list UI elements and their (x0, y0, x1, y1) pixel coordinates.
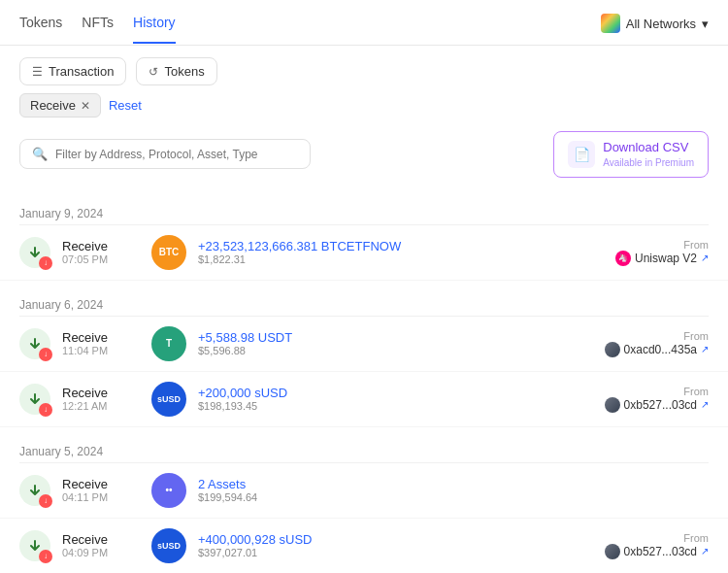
download-csv-btn[interactable]: 📄 Download CSV Available in Premium (553, 131, 709, 178)
search-icon: 🔍 (32, 147, 48, 161)
download-btn-text: Download CSV Available in Premium (603, 140, 694, 169)
table-row: ↓ Receive 04:11 PM •• 2 Assets $199,594.… (0, 463, 728, 519)
tx-amount-col: +200,000 sUSD $198,193.45 (198, 386, 580, 412)
receive-badge: ↓ (39, 348, 52, 361)
tx-type-col: Receive 12:21 AM (62, 386, 140, 412)
tab-tokens[interactable]: Tokens (19, 15, 62, 44)
download-sub-label: Available in Premium (603, 156, 694, 169)
tx-from-col: From 0xb527...03cd ↗ (592, 386, 709, 413)
from-label: From (592, 386, 709, 397)
table-row: ↓ Receive 04:09 PM sUSD +400,000,928 sUS… (0, 519, 728, 573)
filter-icon: ☰ (32, 65, 43, 79)
external-link-icon[interactable]: ↗ (701, 399, 709, 410)
tx-amount-col: +400,000,928 sUSD $397,027.01 (198, 532, 580, 558)
token-icon: •• (151, 473, 186, 508)
tx-amount-main[interactable]: +5,588.98 USDT (198, 330, 580, 345)
remove-filter-icon[interactable]: ✕ (81, 99, 90, 113)
from-label: From (592, 330, 709, 342)
tx-type: Receive (62, 330, 140, 345)
table-row: ↓ Receive 07:05 PM BTC +23,523,123,666.3… (0, 225, 728, 281)
tab-nfts[interactable]: NFTs (82, 15, 114, 44)
from-value[interactable]: 0xacd0...435a ↗ (592, 342, 709, 357)
token-icon: T (151, 326, 186, 361)
tx-amount-main[interactable]: +400,000,928 sUSD (198, 532, 580, 547)
from-value[interactable]: 🦄 Uniswap V2 ↗ (592, 251, 709, 266)
network-icon (601, 14, 620, 33)
tx-type-col: Receive 04:09 PM (62, 532, 140, 558)
transaction-filter-btn[interactable]: ☰ Transaction (19, 57, 126, 85)
tokens-filter-label: Tokens (164, 64, 204, 79)
tx-time: 12:21 AM (62, 400, 140, 412)
address-icon (605, 544, 620, 559)
tx-type: Receive (62, 532, 140, 547)
from-value[interactable]: 0xb527...03cd ↗ (592, 397, 709, 413)
token-icon: sUSD (151, 382, 186, 417)
tx-type: Receive (62, 477, 140, 491)
address-icon (605, 342, 620, 357)
tokens-icon: ↺ (149, 65, 158, 79)
transaction-filter-label: Transaction (49, 64, 114, 79)
table-row: ↓ Receive 12:21 AM sUSD +200,000 sUSD $1… (0, 372, 728, 427)
tabs-left: Tokens NFTs History (19, 15, 176, 44)
receive-icon: ↓ (19, 475, 50, 506)
external-link-icon[interactable]: ↗ (701, 344, 709, 354)
date-label: January 6, 2024 (19, 290, 709, 316)
uniswap-icon: 🦄 (615, 251, 631, 266)
external-link-icon[interactable]: ↗ (701, 546, 709, 556)
tab-history[interactable]: History (133, 15, 176, 44)
search-input[interactable] (55, 148, 298, 161)
date-group-1: January 6, 2024 (0, 281, 728, 316)
download-icon: 📄 (568, 141, 595, 168)
tx-type-col: Receive 11:04 PM (62, 330, 140, 356)
download-main-label: Download CSV (603, 140, 694, 156)
tx-type: Receive (62, 386, 140, 400)
receive-icon: ↓ (19, 328, 50, 359)
reset-btn[interactable]: Reset (109, 98, 142, 113)
tx-amount-usd: $198,193.45 (198, 400, 580, 412)
filter-tags: Receive ✕ Reset (0, 93, 728, 127)
from-name: 0xb527...03cd (624, 398, 697, 412)
chevron-down-icon: ▾ (702, 17, 709, 31)
tx-from-col: From 0xacd0...435a ↗ (592, 330, 709, 357)
date-label: January 9, 2024 (19, 199, 709, 224)
from-name: Uniswap V2 (635, 252, 697, 265)
receive-badge: ↓ (39, 256, 52, 270)
receive-tag-label: Receive (30, 98, 76, 113)
tx-amount-col: 2 Assets $199,594.64 (198, 477, 709, 503)
tx-amount-main[interactable]: 2 Assets (198, 477, 709, 491)
filter-bar: ☰ Transaction ↺ Tokens (0, 46, 728, 93)
tx-type: Receive (62, 239, 140, 253)
address-icon (605, 397, 620, 413)
token-icon: BTC (151, 235, 186, 270)
receive-icon: ↓ (19, 530, 50, 561)
search-download-row: 🔍 📄 Download CSV Available in Premium (0, 127, 728, 189)
receive-filter-tag[interactable]: Receive ✕ (19, 93, 101, 118)
tx-amount-usd: $397,027.01 (198, 547, 580, 558)
from-name: 0xb527...03cd (624, 545, 697, 558)
date-group-2: January 5, 2024 (0, 427, 728, 462)
tx-amount-col: +5,588.98 USDT $5,596.88 (198, 330, 580, 356)
receive-badge: ↓ (39, 403, 52, 417)
from-label: From (592, 532, 709, 544)
external-link-icon[interactable]: ↗ (701, 253, 709, 263)
network-selector[interactable]: All Networks ▾ (601, 14, 709, 45)
receive-icon: ↓ (19, 237, 50, 268)
from-value[interactable]: 0xb527...03cd ↗ (592, 544, 709, 559)
tx-time: 11:04 PM (62, 345, 140, 356)
tx-from-col: From 🦄 Uniswap V2 ↗ (592, 239, 709, 266)
tx-time: 07:05 PM (62, 253, 140, 265)
tx-amount-usd: $199,594.64 (198, 491, 709, 503)
table-row: ↓ Receive 11:04 PM T +5,588.98 USDT $5,5… (0, 317, 728, 372)
date-label: January 5, 2024 (19, 437, 709, 462)
tx-amount-usd: $5,596.88 (198, 345, 580, 356)
tx-amount-main[interactable]: +23,523,123,666.381 BTCETFNOW (198, 239, 580, 253)
tx-amount-main[interactable]: +200,000 sUSD (198, 386, 580, 400)
network-label: All Networks (626, 17, 696, 31)
from-label: From (592, 239, 709, 251)
receive-icon: ↓ (19, 384, 50, 415)
tx-from-col: From 0xb527...03cd ↗ (592, 532, 709, 559)
tx-type-col: Receive 07:05 PM (62, 239, 140, 265)
token-icon: sUSD (151, 528, 186, 563)
search-box[interactable]: 🔍 (19, 139, 311, 169)
tokens-filter-btn[interactable]: ↺ Tokens (136, 57, 216, 85)
